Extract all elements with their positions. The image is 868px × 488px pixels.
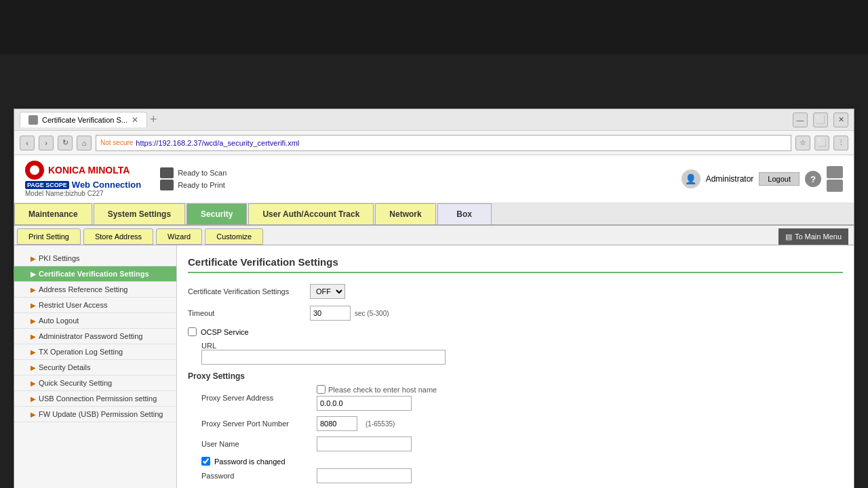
sidebar-item-admin-password[interactable]: ▶ Administrator Password Setting bbox=[14, 329, 176, 344]
tab-close-button[interactable]: ✕ bbox=[132, 115, 138, 125]
sidebar-label-pki: PKI Settings bbox=[39, 254, 80, 262]
timeout-row: Timeout sec (5-300) bbox=[188, 306, 843, 321]
refresh-button[interactable]: ↻ bbox=[58, 136, 73, 150]
proxy-address-row: Proxy Server Address Please check to ent… bbox=[201, 385, 843, 411]
url-label: URL bbox=[201, 342, 323, 350]
new-tab-button[interactable]: + bbox=[150, 113, 157, 127]
subtab-print-setting[interactable]: Print Setting bbox=[17, 228, 81, 245]
sidebar-label-admin: Administrator Password Setting bbox=[39, 332, 142, 340]
sidebar-label-tx: TX Operation Log Setting bbox=[39, 348, 123, 356]
user-name-input[interactable] bbox=[317, 436, 412, 451]
sidebar-item-pki-settings[interactable]: ▶ PKI Settings bbox=[14, 251, 176, 266]
to-main-menu-button[interactable]: ▤ To Main Menu bbox=[778, 228, 848, 245]
sidebar: ▶ PKI Settings ▶ Certificate Verificatio… bbox=[14, 245, 177, 488]
tab-maintenance[interactable]: Maintenance bbox=[14, 203, 92, 224]
model-name: Model Name:bizhub C227 bbox=[25, 190, 141, 197]
sidebar-arrow-pki: ▶ bbox=[31, 255, 36, 262]
address-bar[interactable]: Not secure https://192.168.2.37/wcd/a_se… bbox=[96, 135, 791, 151]
sub-nav-tabs: Print Setting Store Address Wizard Custo… bbox=[14, 226, 854, 245]
tab-user-auth[interactable]: User Auth/Account Track bbox=[248, 203, 374, 224]
password-row: Password bbox=[201, 468, 843, 483]
proxy-settings-label: Proxy Settings bbox=[188, 371, 843, 381]
admin-avatar: 👤 bbox=[682, 169, 701, 188]
ocsp-checkbox[interactable] bbox=[188, 327, 197, 336]
sidebar-label-cert: Certificate Verification Settings bbox=[39, 270, 149, 278]
subtab-customize[interactable]: Customize bbox=[205, 228, 263, 245]
home-button[interactable]: ⌂ bbox=[77, 136, 92, 150]
tab-title: Certificate Verification S... bbox=[42, 116, 127, 124]
refresh-icon bbox=[827, 180, 843, 192]
content-area: Certificate Verification Settings Certif… bbox=[177, 245, 854, 488]
proxy-check-row: Please check to enter host name bbox=[317, 385, 437, 394]
print-icon bbox=[160, 180, 174, 190]
sidebar-item-usb-permission[interactable]: ▶ USB Connection Permission setting bbox=[14, 391, 176, 407]
sidebar-label-fw: FW Update (USB) Permission Setting bbox=[39, 410, 163, 418]
proxy-port-row: Proxy Server Port Number (1-65535) bbox=[201, 416, 843, 431]
print-status: Ready to Print bbox=[160, 180, 226, 190]
tab-security[interactable]: Security bbox=[186, 203, 247, 224]
back-button[interactable]: ‹ bbox=[20, 136, 35, 150]
subtab-wizard[interactable]: Wizard bbox=[156, 228, 202, 245]
brand-name: KONICA MINOLTA bbox=[48, 165, 130, 176]
timeout-hint: sec (5-300) bbox=[355, 310, 389, 317]
subtab-store-address[interactable]: Store Address bbox=[83, 228, 153, 245]
cert-setting-row: Certificate Verification Settings OFF ON bbox=[188, 284, 843, 299]
bookmark-button[interactable]: ☆ bbox=[795, 136, 810, 150]
sidebar-arrow-logout: ▶ bbox=[31, 317, 36, 325]
sidebar-item-cert-verification[interactable]: ▶ Certificate Verification Settings bbox=[14, 266, 176, 282]
sidebar-item-quick-security[interactable]: ▶ Quick Security Setting bbox=[14, 375, 176, 391]
sidebar-label-logout: Auto Logout bbox=[39, 317, 79, 325]
tab-box[interactable]: Box bbox=[437, 203, 492, 224]
sidebar-item-restrict-user[interactable]: ▶ Restrict User Access bbox=[14, 298, 176, 313]
password-input[interactable] bbox=[317, 468, 412, 483]
tab-network[interactable]: Network bbox=[375, 203, 435, 224]
proxy-check-label: Please check to enter host name bbox=[328, 386, 437, 394]
browser-tab[interactable]: Certificate Verification S... ✕ bbox=[20, 112, 147, 127]
restore-button[interactable]: ⬜ bbox=[813, 113, 828, 127]
konica-logo: KONICA MINOLTA bbox=[25, 161, 141, 180]
sidebar-item-auto-logout[interactable]: ▶ Auto Logout bbox=[14, 313, 176, 329]
proxy-ip-input[interactable] bbox=[317, 396, 412, 411]
password-changed-label: Password is changed bbox=[214, 458, 285, 466]
menu-button[interactable]: ⋮ bbox=[833, 136, 848, 150]
password-changed-row: Password is changed bbox=[201, 457, 843, 466]
close-button[interactable]: ✕ bbox=[833, 113, 848, 127]
scan-status-text: Ready to Scan bbox=[178, 169, 226, 177]
tab-system[interactable]: System Settings bbox=[94, 203, 185, 224]
content-title: Certificate Verification Settings bbox=[188, 256, 843, 273]
user-name-label: User Name bbox=[201, 440, 317, 448]
timeout-label: Timeout bbox=[188, 309, 310, 317]
sidebar-arrow-cert: ▶ bbox=[31, 270, 36, 278]
sidebar-label-usb: USB Connection Permission setting bbox=[39, 394, 157, 403]
password-changed-checkbox[interactable] bbox=[201, 457, 210, 466]
extensions-button[interactable]: ⬜ bbox=[814, 136, 829, 150]
forward-button[interactable]: › bbox=[39, 136, 54, 150]
minimize-button[interactable]: — bbox=[793, 113, 808, 127]
to-main-label: To Main Menu bbox=[795, 232, 842, 241]
to-main-icon: ▤ bbox=[785, 232, 792, 241]
proxy-address-value: Please check to enter host name bbox=[317, 385, 437, 411]
sidebar-item-fw-update[interactable]: ▶ FW Update (USB) Permission Setting bbox=[14, 407, 176, 422]
sidebar-item-security-details[interactable]: ▶ Security Details bbox=[14, 360, 176, 375]
sidebar-arrow-addr: ▶ bbox=[31, 286, 36, 293]
pagescope-icon: PAGE SCOPE bbox=[25, 181, 69, 189]
cert-setting-label: Certificate Verification Settings bbox=[188, 287, 310, 296]
proxy-port-input[interactable] bbox=[317, 416, 357, 431]
proxy-grid: Proxy Server Address Please check to ent… bbox=[201, 385, 843, 488]
cert-setting-select[interactable]: OFF ON bbox=[310, 284, 345, 299]
sidebar-item-tx-log[interactable]: ▶ TX Operation Log Setting bbox=[14, 344, 176, 360]
sidebar-item-address-ref[interactable]: ▶ Address Reference Setting bbox=[14, 282, 176, 298]
not-secure-icon: Not secure bbox=[100, 139, 133, 146]
timeout-input[interactable] bbox=[310, 306, 351, 321]
sidebar-arrow-secdetails: ▶ bbox=[31, 364, 36, 371]
proxy-hostname-checkbox[interactable] bbox=[317, 385, 326, 394]
help-button[interactable]: ? bbox=[805, 171, 821, 187]
sidebar-label-quick: Quick Security Setting bbox=[39, 379, 112, 387]
url-row: URL bbox=[201, 342, 843, 365]
network-icon bbox=[827, 166, 843, 178]
admin-area: 👤 Administrator bbox=[682, 169, 754, 188]
proxy-address-label: Proxy Server Address bbox=[201, 394, 317, 402]
ocsp-label: OCSP Service bbox=[201, 328, 249, 336]
logout-button[interactable]: Logout bbox=[759, 172, 800, 186]
url-input[interactable] bbox=[201, 350, 446, 365]
